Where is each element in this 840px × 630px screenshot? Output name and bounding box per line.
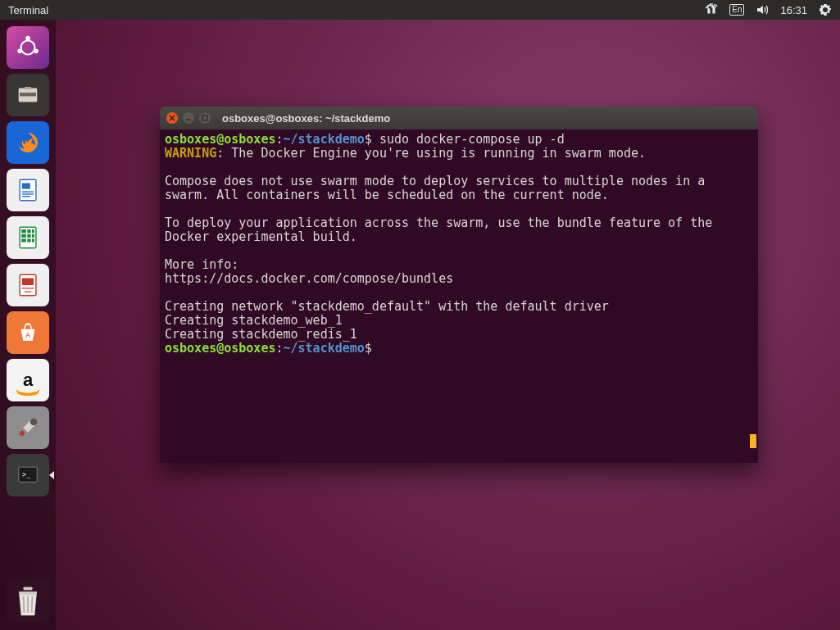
prompt-path: ~/stackdemo [284, 132, 365, 147]
launcher-dash[interactable] [7, 26, 49, 69]
svg-rect-29 [25, 324, 30, 325]
window-maximize-button[interactable] [199, 112, 211, 124]
svg-text:>_: >_ [22, 470, 31, 478]
terminal-window[interactable]: osboxes@osboxes: ~/stackdemo osboxes@osb… [160, 107, 758, 463]
svg-rect-17 [27, 229, 30, 233]
svg-rect-14 [22, 196, 30, 197]
svg-rect-27 [22, 288, 34, 289]
terminal-output: Creating stackdemo_redis_1 [165, 327, 357, 342]
terminal-output: To deploy your application across the sw… [165, 215, 720, 244]
window-title: osboxes@osboxes: ~/stackdemo [222, 112, 390, 125]
launcher-impress[interactable] [7, 264, 49, 306]
prompt-symbol: $ [365, 132, 372, 147]
terminal-output: More info: [165, 257, 238, 272]
svg-rect-39 [186, 119, 191, 120]
top-panel: Terminal En 16:31 [0, 0, 840, 20]
window-close-button[interactable] [166, 112, 178, 124]
terminal-output: Compose does not use swarm mode to deplo… [165, 174, 712, 202]
svg-line-38 [32, 596, 33, 613]
svg-rect-22 [21, 238, 26, 242]
terminal-output: Creating network "stackdemo_default" wit… [165, 299, 609, 314]
svg-point-2 [21, 41, 35, 55]
launcher-trash[interactable] [7, 579, 49, 622]
svg-point-5 [17, 48, 22, 53]
clock[interactable]: 16:31 [780, 0, 807, 20]
launcher: A a >_ [0, 20, 56, 630]
svg-rect-26 [22, 279, 34, 286]
launcher-files[interactable] [7, 74, 49, 116]
svg-rect-18 [32, 229, 34, 233]
prompt-userhost: osboxes@osboxes [165, 341, 275, 356]
svg-rect-16 [21, 229, 26, 233]
svg-rect-20 [27, 234, 30, 238]
svg-rect-31 [19, 430, 25, 437]
running-indicator-icon [49, 471, 54, 479]
svg-text:A: A [25, 331, 30, 339]
svg-point-3 [25, 36, 30, 41]
launcher-calc[interactable] [7, 216, 49, 259]
launcher-amazon[interactable]: a [7, 359, 49, 401]
svg-rect-28 [25, 291, 32, 292]
window-titlebar[interactable]: osboxes@osboxes: ~/stackdemo [160, 107, 758, 129]
svg-point-32 [30, 419, 38, 426]
terminal-body[interactable]: osboxes@osboxes:~/stackdemo$ sudo docker… [160, 129, 758, 463]
svg-rect-23 [27, 238, 30, 242]
gear-icon[interactable] [819, 0, 832, 20]
svg-rect-7 [20, 93, 36, 96]
svg-point-4 [34, 48, 39, 53]
active-app-name: Terminal [8, 4, 48, 16]
svg-rect-21 [32, 234, 34, 238]
svg-rect-19 [21, 234, 26, 238]
network-icon[interactable] [705, 0, 718, 20]
svg-rect-10 [20, 179, 36, 201]
prompt-symbol: $ [365, 341, 372, 356]
terminal-cursor [750, 434, 756, 448]
svg-rect-40 [202, 116, 207, 120]
prompt-path: ~/stackdemo [284, 341, 365, 356]
svg-rect-12 [22, 191, 34, 192]
window-minimize-button[interactable] [183, 112, 194, 124]
prompt-userhost: osboxes@osboxes [165, 132, 275, 147]
svg-rect-35 [24, 587, 33, 591]
launcher-firefox[interactable] [7, 121, 49, 164]
terminal-output: Creating stackdemo_web_1 [165, 313, 343, 328]
warning-label: WARNING [165, 146, 216, 161]
launcher-software[interactable]: A [7, 311, 49, 354]
warning-text: : The Docker Engine you're using is runn… [216, 146, 646, 161]
launcher-settings[interactable] [7, 406, 49, 449]
svg-rect-11 [22, 184, 30, 189]
input-method-indicator[interactable]: En [729, 0, 744, 20]
svg-rect-24 [32, 238, 34, 242]
svg-rect-8 [25, 87, 32, 89]
launcher-writer[interactable] [7, 169, 49, 211]
svg-line-36 [24, 596, 25, 613]
launcher-terminal[interactable]: >_ [7, 454, 49, 496]
volume-icon[interactable] [756, 0, 769, 20]
terminal-command: sudo docker-compose up -d [379, 132, 565, 147]
svg-rect-13 [22, 193, 34, 194]
terminal-output-url: https://docs.docker.com/compose/bundles [165, 271, 453, 286]
